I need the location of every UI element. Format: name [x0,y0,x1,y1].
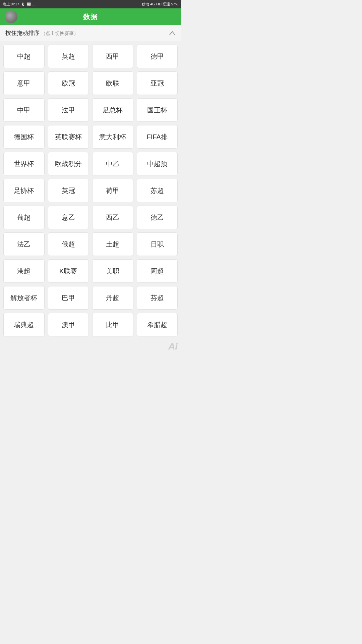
league-item-14[interactable]: 意大利杯 [92,125,133,149]
league-item-6[interactable]: 欧联 [92,71,133,95]
league-item-5[interactable]: 欧冠 [48,71,89,95]
status-left: 晚上10:17 🐧 📰 ... [3,2,35,7]
league-grid-container: 中超英超西甲德甲意甲欧冠欧联亚冠中甲法甲足总杯国王杯德国杯英联赛杯意大利杯FIF… [0,41,181,340]
league-item-21[interactable]: 英冠 [48,179,89,202]
league-item-36[interactable]: 解放者杯 [3,286,45,310]
network-info: 移动 4G HD 联通 57% [142,2,178,7]
league-item-25[interactable]: 意乙 [48,206,89,229]
league-item-13[interactable]: 英联赛杯 [48,125,89,149]
league-item-27[interactable]: 德乙 [137,206,178,229]
watermark-text: Ai [168,341,178,352]
app-header: 数据 [0,8,181,25]
sort-main-text: 按住拖动排序 [5,30,40,36]
league-item-19[interactable]: 中超预 [137,152,178,175]
league-grid: 中超英超西甲德甲意甲欧冠欧联亚冠中甲法甲足总杯国王杯德国杯英联赛杯意大利杯FIF… [3,45,178,336]
league-item-4[interactable]: 意甲 [3,71,45,95]
league-item-18[interactable]: 中乙 [92,152,133,175]
league-item-26[interactable]: 西乙 [92,206,133,229]
league-item-8[interactable]: 中甲 [3,98,45,122]
league-item-37[interactable]: 巴甲 [48,286,89,310]
league-item-22[interactable]: 荷甲 [92,179,133,202]
league-item-24[interactable]: 葡超 [3,206,45,229]
watermark-area: Ai [0,340,181,353]
page-title: 数据 [83,12,98,21]
league-item-29[interactable]: 俄超 [48,232,89,256]
notification-icons: 🐧 📰 ... [21,2,35,6]
league-item-41[interactable]: 澳甲 [48,313,89,336]
league-item-23[interactable]: 苏超 [137,179,178,202]
league-item-28[interactable]: 法乙 [3,232,45,256]
league-item-9[interactable]: 法甲 [48,98,89,122]
league-item-10[interactable]: 足总杯 [92,98,133,122]
league-item-33[interactable]: K联赛 [48,259,89,283]
league-item-38[interactable]: 丹超 [92,286,133,310]
league-item-31[interactable]: 日职 [137,232,178,256]
league-item-30[interactable]: 土超 [92,232,133,256]
league-item-1[interactable]: 英超 [48,45,89,68]
league-item-40[interactable]: 瑞典超 [3,313,45,336]
sort-bar-label: 按住拖动排序 （点击切换赛事） [5,29,78,37]
league-item-16[interactable]: 世界杯 [3,152,45,175]
league-item-17[interactable]: 欧战积分 [48,152,89,175]
league-item-35[interactable]: 阿超 [137,259,178,283]
league-item-34[interactable]: 美职 [92,259,133,283]
league-item-39[interactable]: 芬超 [137,286,178,310]
collapse-button[interactable] [169,30,176,37]
league-item-12[interactable]: 德国杯 [3,125,45,149]
status-bar: 晚上10:17 🐧 📰 ... 移动 4G HD 联通 57% [0,0,181,8]
league-item-11[interactable]: 国王杯 [137,98,178,122]
league-item-42[interactable]: 比甲 [92,313,133,336]
status-time: 晚上10:17 [3,2,19,7]
league-item-0[interactable]: 中超 [3,45,45,68]
league-item-2[interactable]: 西甲 [92,45,133,68]
league-item-15[interactable]: FIFA排 [137,125,178,149]
sort-sub-text: （点击切换赛事） [41,31,78,36]
league-item-7[interactable]: 亚冠 [137,71,178,95]
league-item-3[interactable]: 德甲 [137,45,178,68]
sort-bar: 按住拖动排序 （点击切换赛事） [0,25,181,41]
league-item-43[interactable]: 希腊超 [137,313,178,336]
status-right: 移动 4G HD 联通 57% [142,2,178,7]
league-item-20[interactable]: 足协杯 [3,179,45,202]
avatar[interactable] [5,10,17,23]
league-item-32[interactable]: 港超 [3,259,45,283]
